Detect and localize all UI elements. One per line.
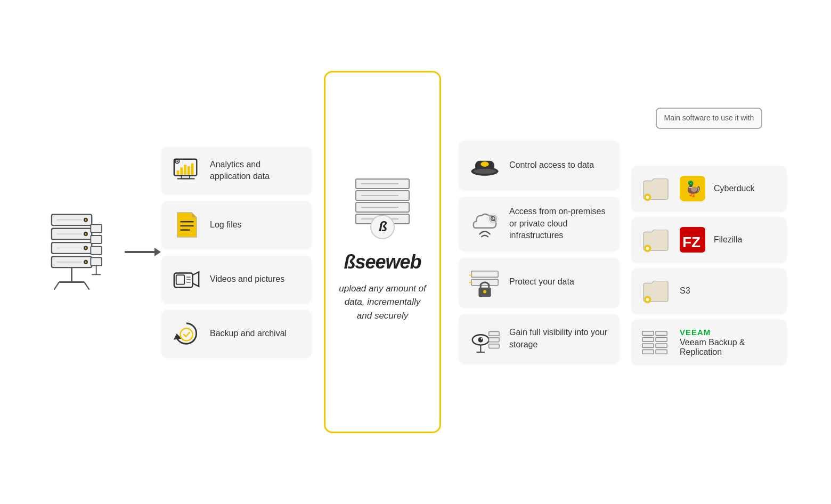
folder-icon-cyberduck <box>641 174 671 204</box>
svg-point-2 <box>84 218 87 222</box>
svg-rect-28 <box>188 166 190 174</box>
seeweb-tagline: upload any amount of data, incrementally… <box>336 282 429 323</box>
feature-visibility: Gain full visibility into your storage <box>459 314 619 363</box>
access-control-icon <box>469 149 501 181</box>
cyberduck-label: Cyberduck <box>714 184 754 193</box>
use-case-backup: Backup and archival <box>162 310 311 357</box>
svg-point-55 <box>480 162 488 167</box>
seeweb-brand: ßseeweb <box>344 251 421 273</box>
folder-icon-filezilla <box>641 225 671 255</box>
document-icon <box>172 210 201 240</box>
software-column: Main software to use it with 🦆 Cyberduck <box>632 140 786 364</box>
svg-rect-36 <box>176 275 184 284</box>
use-case-analytics: Analytics and application data <box>162 147 311 194</box>
features-column: Control access to data Access from on-pr… <box>459 141 619 363</box>
svg-rect-86 <box>656 331 667 336</box>
svg-point-56 <box>474 169 496 174</box>
software-veeam: VEEAM Veeam Backup & Replication <box>632 320 786 364</box>
svg-point-8 <box>84 247 87 250</box>
software-filezilla: FZ Filezilla <box>632 217 786 262</box>
svg-point-77 <box>646 247 649 250</box>
svg-line-14 <box>54 282 59 289</box>
feature-control: Control access to data <box>459 141 619 190</box>
feature-protect: Protect your data <box>459 258 619 307</box>
backup-label: Backup and archival <box>210 328 287 339</box>
svg-rect-70 <box>489 338 499 342</box>
svg-rect-69 <box>489 331 499 336</box>
svg-text:ß: ß <box>379 218 387 234</box>
s3-label: S3 <box>680 286 690 296</box>
use-cases-column: Analytics and application data Log files <box>162 147 311 357</box>
logs-label: Log files <box>210 219 242 231</box>
svg-rect-89 <box>656 349 667 354</box>
svg-point-42 <box>180 328 192 340</box>
software-s3: S3 <box>632 269 786 313</box>
access-label: Access from on-premises or private cloud… <box>509 206 609 241</box>
veeam-label: Veeam Backup & Replication <box>680 338 777 357</box>
svg-point-63 <box>483 290 486 293</box>
server-rack-icon <box>45 209 109 295</box>
server-icon-veeam <box>641 327 671 357</box>
svg-rect-84 <box>642 344 654 348</box>
svg-point-11 <box>84 261 87 264</box>
veeam-brand: VEEAM <box>680 328 777 337</box>
folder-icon-s3 <box>641 276 671 306</box>
svg-rect-16 <box>91 224 102 232</box>
svg-point-81 <box>646 298 649 301</box>
flow-arrow <box>125 251 157 253</box>
svg-rect-82 <box>642 331 654 336</box>
software-header: Main software to use it with <box>632 108 786 129</box>
svg-rect-85 <box>642 349 654 354</box>
svg-point-5 <box>84 232 87 235</box>
software-header-label: Main software to use it with <box>664 113 754 122</box>
svg-point-31 <box>176 160 178 162</box>
server-rack <box>45 209 109 295</box>
svg-point-75 <box>646 196 649 199</box>
analytics-label: Analytics and application data <box>210 159 302 183</box>
cloud-access-icon <box>469 208 501 240</box>
chart-icon <box>172 156 201 185</box>
svg-rect-18 <box>91 247 102 255</box>
eye-storage-icon <box>469 323 501 355</box>
svg-rect-60 <box>471 271 498 277</box>
feature-access: Access from on-premises or private cloud… <box>459 197 619 250</box>
seeweb-panel: ß ßseeweb upload any amount of data, inc… <box>324 71 441 433</box>
cyberduck-app-icon: 🦆 <box>680 176 705 201</box>
videos-label: Videos and pictures <box>210 273 284 285</box>
svg-rect-29 <box>191 164 194 175</box>
filezilla-label: Filezilla <box>714 235 742 245</box>
svg-text:FZ: FZ <box>682 234 700 250</box>
software-header-bubble: Main software to use it with <box>656 108 763 129</box>
lock-server-icon <box>469 266 501 298</box>
svg-rect-87 <box>656 337 667 342</box>
backup-icon <box>172 319 201 348</box>
software-cyberduck: 🦆 Cyberduck <box>632 166 786 211</box>
use-case-logs: Log files <box>162 201 311 248</box>
svg-point-68 <box>481 338 483 339</box>
svg-rect-17 <box>91 235 102 243</box>
svg-rect-88 <box>656 344 667 348</box>
svg-rect-83 <box>642 337 654 342</box>
svg-rect-27 <box>184 165 186 174</box>
protect-label: Protect your data <box>509 276 574 288</box>
svg-point-67 <box>478 337 483 343</box>
svg-rect-25 <box>177 170 180 175</box>
use-case-videos: Videos and pictures <box>162 256 311 303</box>
storage-icon: ß <box>348 176 417 240</box>
svg-marker-40 <box>193 272 199 287</box>
svg-rect-71 <box>489 344 499 348</box>
control-label: Control access to data <box>509 159 594 171</box>
svg-line-15 <box>84 282 89 289</box>
camera-icon <box>172 264 201 294</box>
svg-rect-19 <box>91 257 102 265</box>
filezilla-app-icon: FZ <box>680 227 705 253</box>
svg-rect-26 <box>180 167 183 175</box>
visibility-label: Gain full visibility into your storage <box>509 327 609 351</box>
